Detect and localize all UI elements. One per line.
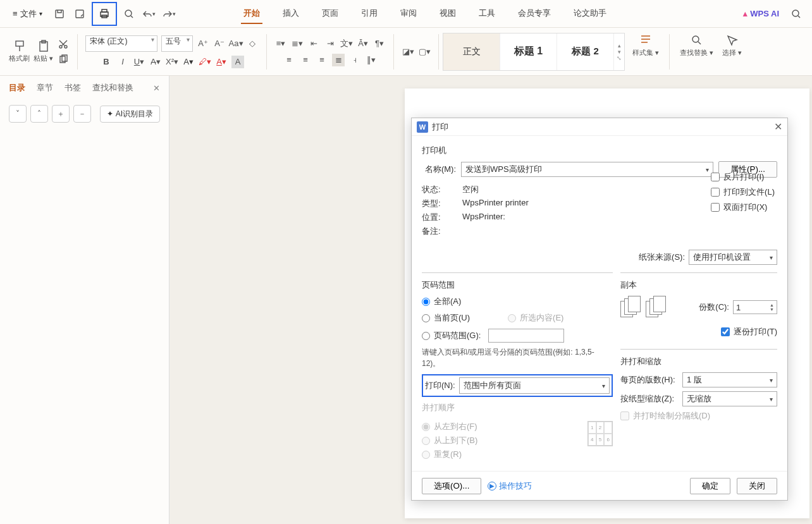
save-as-icon[interactable] xyxy=(71,6,88,22)
superscript-icon[interactable]: X²▾ xyxy=(166,56,178,68)
border-icon[interactable]: ▢▾ xyxy=(418,46,431,58)
ribbon-tabs: 开始 插入 页面 引用 审阅 视图 工具 会员专享 论文助手 xyxy=(241,4,609,24)
shrink-font-icon[interactable]: A⁻ xyxy=(213,37,226,50)
cancel-button[interactable]: 关闭 xyxy=(737,478,777,494)
show-marks-icon[interactable]: ¶▾ xyxy=(373,37,386,50)
mirror-print-check[interactable]: 反片打印(I) xyxy=(711,171,775,183)
bold-icon[interactable]: B xyxy=(100,56,113,68)
tab-tools[interactable]: 工具 xyxy=(476,4,498,24)
format-painter-button[interactable]: 格式刷 xyxy=(9,40,30,63)
tab-member[interactable]: 会员专享 xyxy=(515,4,553,24)
pages-per-sheet-select[interactable]: 1 版 xyxy=(682,372,777,387)
wps-ai-button[interactable]: ▴WPS AI xyxy=(743,9,779,18)
expand-all-button[interactable]: ˄ xyxy=(30,105,48,123)
copies-label: 份数(C): xyxy=(699,302,729,313)
clear-format-icon[interactable]: ◇ xyxy=(246,37,259,50)
range-current-radio[interactable]: 当前页(U) xyxy=(422,312,470,324)
file-menu[interactable]: ≡文件▾ xyxy=(8,6,47,22)
options-button[interactable]: 选项(O)... xyxy=(422,478,481,494)
range-pages-radio[interactable]: 页码范围(G): xyxy=(422,329,613,343)
find-replace-button[interactable]: 查找替换 ▾ xyxy=(680,34,713,70)
number-list-icon[interactable]: ≣▾ xyxy=(291,37,304,50)
tips-link[interactable]: ▶操作技巧 xyxy=(488,480,532,492)
printer-section-title: 打印机 xyxy=(422,145,777,156)
indent-increase-icon[interactable]: ⇥ xyxy=(324,37,336,50)
font-name-select[interactable]: 宋体 (正文) xyxy=(85,35,157,52)
ai-toc-button[interactable]: ✦AI识别目录 xyxy=(100,106,160,123)
style-gallery[interactable]: 正文 标题 1 标题 2 ▴▾⤡ xyxy=(443,33,625,71)
nav-tab-chapter[interactable]: 章节 xyxy=(37,82,53,94)
nav-tab-find[interactable]: 查找和替换 xyxy=(92,82,133,94)
collate-check[interactable]: 逐份打印(T) xyxy=(620,326,777,338)
style-scroll-up[interactable]: ▴ xyxy=(618,42,621,49)
distribute-icon[interactable]: ⫞ xyxy=(348,54,361,66)
remove-button[interactable]: － xyxy=(73,105,91,123)
style-heading1[interactable]: 标题 1 xyxy=(500,34,557,70)
collate-preview-1 xyxy=(620,296,639,319)
font-size-select[interactable]: 五号 xyxy=(161,35,193,52)
text-direction-icon[interactable]: 文▾ xyxy=(340,37,353,50)
collapse-all-button[interactable]: ˅ xyxy=(9,105,27,123)
scale-select[interactable]: 无缩放 xyxy=(682,391,777,406)
tab-view[interactable]: 视图 xyxy=(437,4,458,24)
align-left-icon[interactable]: ≡ xyxy=(283,54,295,66)
tab-insert[interactable]: 插入 xyxy=(280,4,302,24)
search-icon[interactable] xyxy=(788,6,804,22)
add-button[interactable]: ＋ xyxy=(52,105,70,123)
printer-name-select[interactable]: 发送到WPS高级打印 xyxy=(461,162,713,177)
char-shading-icon[interactable]: A xyxy=(231,56,244,68)
align-center-icon[interactable]: ≡ xyxy=(299,54,312,66)
font-color-icon[interactable]: A▾ xyxy=(215,56,228,68)
change-case-icon[interactable]: Aa▾ xyxy=(230,37,242,50)
align-justify-icon[interactable]: ≣ xyxy=(332,54,345,66)
tab-review[interactable]: 审阅 xyxy=(398,4,419,24)
style-scroll-down[interactable]: ▾ xyxy=(618,49,621,55)
print-what-label: 打印(N): xyxy=(425,380,455,391)
paste-button[interactable]: 粘贴 ▾ xyxy=(34,40,53,63)
nav-tab-toc[interactable]: 目录 xyxy=(9,82,25,94)
tab-reference[interactable]: 引用 xyxy=(359,4,380,24)
copies-stepper[interactable]: 1▲▼ xyxy=(733,300,777,314)
style-set-button[interactable]: 样式集 ▾ xyxy=(632,34,659,70)
pages-input[interactable] xyxy=(488,329,564,343)
range-all-radio[interactable]: 全部(A) xyxy=(422,296,613,307)
bullet-list-icon[interactable]: ≡▾ xyxy=(274,37,287,50)
dialog-close-icon[interactable]: ✕ xyxy=(774,121,782,133)
copies-section-title: 副本 xyxy=(620,279,777,291)
print-to-file-check[interactable]: 打印到文件(L) xyxy=(711,186,775,198)
text-effect-icon[interactable]: A▾ xyxy=(182,56,195,68)
style-normal[interactable]: 正文 xyxy=(443,34,500,70)
indent-decrease-icon[interactable]: ⇤ xyxy=(307,37,320,50)
svg-rect-0 xyxy=(56,10,63,18)
line-spacing-icon[interactable]: ‖▾ xyxy=(365,54,378,66)
align-right-icon[interactable]: ≡ xyxy=(316,54,328,66)
underline-icon[interactable]: U▾ xyxy=(133,56,145,68)
copy-icon[interactable] xyxy=(57,53,70,66)
paper-source-select[interactable]: 使用打印机设置 xyxy=(689,250,777,265)
sort-icon[interactable]: Ā▾ xyxy=(357,37,369,50)
fill-color-icon[interactable]: ◪▾ xyxy=(402,46,414,58)
print-preview-icon[interactable] xyxy=(121,6,137,22)
duplex-check[interactable]: 双面打印(X) xyxy=(711,202,775,213)
dialog-footer: 选项(O)... ▶操作技巧 确定 关闭 xyxy=(412,471,787,500)
strikethrough-icon[interactable]: A̶▾ xyxy=(149,56,162,68)
print-what-select[interactable]: 范围中所有页面 xyxy=(459,377,610,394)
nav-panel-close-icon[interactable]: ✕ xyxy=(153,83,160,93)
style-heading2[interactable]: 标题 2 xyxy=(557,34,614,70)
tab-page[interactable]: 页面 xyxy=(319,4,341,24)
highlight-icon[interactable]: 🖊▾ xyxy=(199,56,211,68)
type-label: 类型: xyxy=(422,198,456,209)
select-button[interactable]: 选择 ▾ xyxy=(722,34,742,70)
nav-tab-bookmark[interactable]: 书签 xyxy=(65,82,81,94)
grow-font-icon[interactable]: A⁺ xyxy=(197,37,209,50)
italic-icon[interactable]: I xyxy=(116,56,129,68)
redo-icon[interactable]: ▾ xyxy=(161,6,178,22)
ok-button[interactable]: 确定 xyxy=(690,478,730,494)
print-icon-highlighted[interactable] xyxy=(92,2,117,26)
undo-icon[interactable]: ▾ xyxy=(141,6,157,22)
save-icon[interactable] xyxy=(51,6,68,22)
tab-thesis[interactable]: 论文助手 xyxy=(571,4,609,24)
tab-start[interactable]: 开始 xyxy=(241,4,262,24)
cut-icon[interactable] xyxy=(57,38,70,51)
style-expand[interactable]: ⤡ xyxy=(617,55,622,61)
